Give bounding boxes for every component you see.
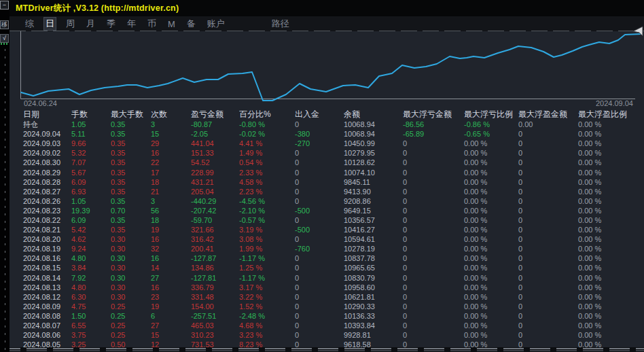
- menu-item-11[interactable]: 路径: [270, 17, 291, 31]
- table-cell: 0.25: [111, 321, 151, 330]
- table-cell: 0.30: [111, 254, 151, 262]
- table-cell: 6.30: [71, 293, 111, 301]
- table-cell: -59.70: [191, 216, 239, 224]
- table-row[interactable]: 2024.08.063.750.2515310.233.23 %09928.81…: [23, 330, 644, 340]
- mouse-cursor: [632, 25, 644, 37]
- table-cell: 1.49 %: [239, 149, 295, 157]
- menu-item-10[interactable]: 账户: [205, 17, 227, 31]
- table-cell: 6.09: [71, 216, 111, 224]
- table-cell: 0: [518, 158, 578, 166]
- table-row[interactable]: 2024.09.045.110.3515-2.05-0.02 %-3801006…: [23, 129, 644, 139]
- table-cell: 0: [403, 264, 464, 272]
- table-cell: 0.35: [111, 139, 151, 147]
- column-header: 次数: [151, 109, 191, 120]
- table-cell: 21: [151, 188, 191, 196]
- table-cell: 10965.65: [344, 264, 403, 272]
- table-cell: 23: [151, 293, 191, 301]
- table-cell: 0.35: [111, 188, 151, 196]
- table-row[interactable]: 2024.08.199.240.3032200.411.99 %-7601027…: [23, 244, 644, 253]
- move-icon: 移: [1, 21, 7, 28]
- table-cell: 0.00 %: [578, 331, 644, 339]
- table-cell: 0.00 %: [578, 178, 644, 186]
- table-cell: 0: [518, 254, 578, 262]
- table-cell: 10068.94: [344, 130, 403, 138]
- table-cell: 2024.09.04: [23, 130, 71, 138]
- table-row[interactable]: 2024.08.076.550.2527465.034.68 %010393.8…: [23, 321, 644, 330]
- table-cell: 2024.08.28: [23, 178, 71, 186]
- menu-item-4[interactable]: 月: [84, 17, 97, 31]
- menu-item-5[interactable]: 季: [105, 17, 118, 31]
- table-row[interactable]: 2024.08.204.620.3016316.423.08 %010594.6…: [23, 234, 644, 244]
- table-row[interactable]: 2024.08.153.840.3014134.861.25 %010965.6…: [23, 263, 644, 272]
- table-cell: 2024.08.19: [23, 245, 71, 253]
- table-cell: 0.70: [111, 207, 151, 215]
- table-row[interactable]: 2024.08.307.070.352254.520.54 %010128.62…: [23, 158, 644, 167]
- menu-item-6[interactable]: 年: [125, 17, 138, 31]
- table-row[interactable]: 2024.08.2319.390.7056-207.42-2.10 %-5009…: [23, 206, 644, 215]
- minimize-button[interactable]: −: [0, 1, 9, 10]
- menu-item-1[interactable]: 综: [23, 17, 36, 31]
- table-cell: 0.25: [111, 302, 151, 311]
- title-bar[interactable]: MTDriver统计 ,V3.12 (http://mtdriver.cn): [10, 0, 644, 16]
- table-cell: 0: [518, 321, 578, 330]
- chart-start-date-label: 024.06.24: [24, 99, 57, 107]
- table-cell: 431.21: [191, 178, 239, 186]
- table-cell: 22: [151, 158, 191, 166]
- table-row[interactable]: 2024.09.039.660.3529441.044.41 %-2701045…: [23, 139, 644, 148]
- table-row[interactable]: 2024.08.094.750.2519154.001.52 %010290.3…: [23, 302, 644, 311]
- horizontal-scrollbar[interactable]: [0, 347, 644, 352]
- stats-table: 日期手数最大手数次数盈亏金额百分比%出入金余额最大浮亏金额最大浮亏比例最大浮盈金…: [10, 109, 644, 349]
- table-cell: 0.00 %: [578, 169, 644, 177]
- table-cell: 0: [403, 216, 464, 224]
- table-row[interactable]: 持仓1.050.353-80.87-0.80 %010068.94-86.56-…: [23, 120, 644, 129]
- table-cell: 6.55: [71, 321, 111, 330]
- table-row[interactable]: 2024.08.226.090.3518-59.70-0.57 %010356.…: [23, 215, 644, 225]
- table-row[interactable]: 2024.08.147.920.3027-127.81-1.17 %010830…: [23, 273, 644, 283]
- menu-item-7[interactable]: 币: [145, 17, 158, 31]
- column-header: 最大浮亏金额: [403, 109, 464, 120]
- table-cell: 0.00 %: [578, 226, 644, 234]
- table-cell: 10278.19: [344, 245, 403, 253]
- table-row[interactable]: 2024.08.295.670.3517228.992.33 %010074.1…: [23, 167, 644, 177]
- table-cell: 0: [403, 245, 464, 253]
- table-cell: 441.04: [191, 139, 239, 147]
- table-cell: 0: [295, 235, 344, 243]
- table-cell: -1.17 %: [239, 274, 295, 282]
- table-cell: 19: [151, 302, 191, 311]
- table-row[interactable]: 2024.08.276.930.3521205.042.23 %09413.90…: [23, 187, 644, 196]
- column-header: 出入金: [295, 109, 344, 120]
- table-row[interactable]: 2024.08.286.090.3518431.214.58 %09845.11…: [23, 177, 644, 187]
- table-cell: 0.00 %: [464, 264, 518, 272]
- table-cell: 19.39: [71, 207, 111, 215]
- table-cell: 0: [518, 188, 578, 196]
- table-row[interactable]: 2024.08.215.420.3519321.663.19 %-5001041…: [23, 225, 644, 234]
- dashed-guide-line: [5, 49, 5, 352]
- table-cell: 5.67: [71, 169, 111, 177]
- table-row[interactable]: 2024.08.164.800.3016-127.87-1.17 %010837…: [23, 253, 644, 263]
- check-button[interactable]: √: [0, 34, 9, 43]
- table-cell: 0: [403, 226, 464, 234]
- table-row[interactable]: 2024.08.261.050.353-440.29-4.56 %09208.8…: [23, 196, 644, 206]
- table-cell: 0.00 %: [464, 197, 518, 205]
- menu-item-3[interactable]: 周: [64, 17, 77, 31]
- table-cell: -500: [295, 207, 344, 215]
- table-row[interactable]: 2024.08.081.500.256-257.51-2.48 %010136.…: [23, 311, 644, 321]
- menu-item-8[interactable]: M: [166, 18, 177, 30]
- column-header: 手数: [71, 109, 111, 120]
- table-cell: 0.00 %: [578, 197, 644, 205]
- table-cell: 10830.79: [344, 274, 403, 282]
- table-cell: 2024.08.27: [23, 188, 71, 196]
- table-row[interactable]: 2024.08.126.300.3023331.483.22 %010621.8…: [23, 292, 644, 302]
- table-cell: 0.00 %: [464, 331, 518, 339]
- table-cell: -2.10 %: [239, 207, 295, 215]
- app-window: − 移 √ MTDriver统计 ,V3.12 (http://mtdriver…: [0, 0, 644, 352]
- table-cell: 0: [403, 139, 464, 147]
- menu-item-2[interactable]: 日: [43, 17, 56, 31]
- main-content: 024.06.24 2024.09.04 日期手数最大手数次数盈亏金额百分比%出…: [10, 31, 644, 347]
- table-cell: 0: [295, 302, 344, 311]
- table-row[interactable]: 2024.08.134.800.3016336.793.17 %010958.6…: [23, 283, 644, 292]
- move-button[interactable]: 移: [0, 20, 9, 29]
- menu-item-9[interactable]: 备: [185, 17, 198, 31]
- table-row[interactable]: 2024.09.025.320.3516151.331.49 %010279.9…: [23, 148, 644, 158]
- table-cell: 10621.81: [344, 293, 403, 301]
